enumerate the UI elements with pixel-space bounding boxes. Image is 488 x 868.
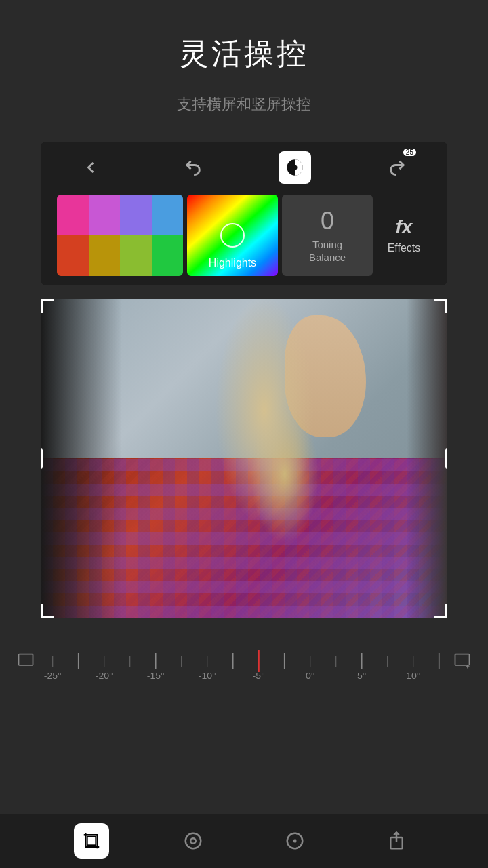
svg-point-29 [186,833,201,849]
panels-row: Highlights 0 ToningBalance fx Effects [57,195,431,276]
crop-right-icon[interactable] [450,649,474,673]
highlights-panel[interactable]: Highlights [187,195,278,276]
svg-text:-15°: -15° [147,671,165,681]
page-subtitle: 支持横屏和竖屏操控 [0,94,488,115]
color-cell-lime[interactable] [120,235,152,276]
back-button[interactable] [75,151,107,184]
nav-filter-button[interactable] [176,823,211,859]
highlights-label: Highlights [187,257,278,269]
color-cell-blue[interactable] [152,195,184,235]
undo-button[interactable] [177,151,209,184]
color-grid-panel[interactable] [57,195,183,276]
header: 灵活操控 支持横屏和竖屏操控 [0,0,488,128]
svg-text:-5°: -5° [253,671,265,681]
effects-panel[interactable]: fx Effects [377,195,431,276]
svg-text:-10°: -10° [199,671,216,681]
svg-point-30 [190,838,196,844]
photo-background [41,299,447,618]
corner-tr [434,299,447,313]
redo-button[interactable]: 25 [381,151,413,184]
color-cell-green[interactable] [152,235,184,276]
color-cell-pink[interactable] [57,195,89,235]
handle-left[interactable] [41,448,43,469]
effects-fx-label: fx [396,216,413,238]
svg-rect-27 [455,654,470,665]
toning-label: ToningBalance [309,238,346,264]
toning-value: 0 [321,207,334,235]
svg-text:5°: 5° [357,671,366,681]
color-cell-violet[interactable] [120,195,152,235]
crop-left-icon[interactable] [14,649,38,673]
active-tool-button[interactable] [279,151,311,184]
handle-right[interactable] [445,448,447,469]
left-shadow [41,299,122,618]
toning-panel[interactable]: 0 ToningBalance [282,195,373,276]
page-title: 灵活操控 [0,34,488,74]
rotation-bar: -25° -20° -15° -10° -5° 0° 5° 10° [0,631,488,691]
corner-bl [41,604,54,618]
toolbar-row: 25 [54,151,434,184]
highlights-circle [220,223,245,248]
nav-adjust-button[interactable] [277,823,312,859]
svg-rect-28 [87,837,96,846]
color-cell-red[interactable] [57,235,89,276]
color-cell-yellow[interactable] [89,235,121,276]
nav-crop-button[interactable] [74,823,109,859]
rotation-track[interactable]: -25° -20° -15° -10° -5° 0° 5° 10° [38,641,450,682]
svg-point-32 [294,840,296,842]
svg-rect-2 [19,654,33,665]
svg-text:0°: 0° [306,671,314,681]
bottom-nav [0,814,488,868]
svg-text:-20°: -20° [96,671,113,681]
image-area [41,299,447,618]
svg-text:10°: 10° [406,671,420,681]
image-frame[interactable] [41,299,447,618]
redo-badge: 25 [403,149,416,156]
corner-tl [41,299,54,313]
color-cell-purple[interactable] [89,195,121,235]
nav-share-button[interactable] [379,823,414,859]
svg-point-1 [293,165,298,170]
toolbar-panel: 25 Highlights 0 ToningBalance fx E [41,142,447,285]
svg-text:-25°: -25° [44,671,62,681]
corner-br [434,604,447,618]
right-shadow [407,299,447,618]
effects-label: Effects [388,242,421,254]
